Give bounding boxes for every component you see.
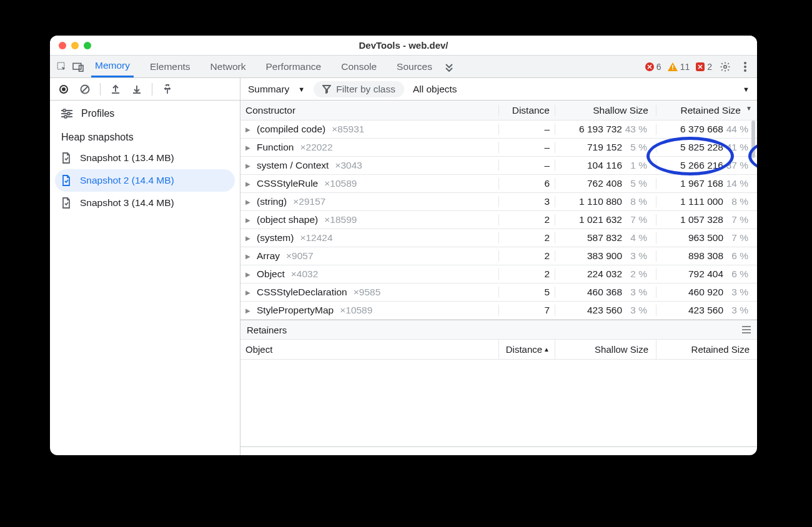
retainers-body	[240, 360, 757, 447]
expand-icon[interactable]: ▶	[245, 126, 253, 133]
svg-point-5	[724, 65, 727, 68]
expand-icon[interactable]: ▶	[245, 217, 253, 224]
table-row[interactable]: ▶StylePropertyMap×105897423 5603 %423 56…	[240, 302, 757, 320]
col-distance[interactable]: Distance	[498, 105, 555, 116]
filter-icon	[322, 85, 331, 94]
ret-col-object[interactable]: Object	[240, 340, 498, 359]
svg-point-6	[744, 62, 746, 64]
table-row[interactable]: ▶(system)×124242587 8324 %963 5007 %	[240, 229, 757, 247]
table-row[interactable]: ▶system / Context×3043–104 1161 %5 266 2…	[240, 157, 757, 175]
titlebar: DevTools - web.dev/	[50, 36, 757, 56]
svg-point-7	[744, 66, 746, 68]
svg-point-10	[62, 87, 66, 91]
inspect-icon[interactable]	[55, 60, 69, 74]
table-row[interactable]: ▶(string)×2915731 110 8808 %1 111 0008 %	[240, 193, 757, 211]
retainers-columns: Object Distance▲ Shallow Size Retained S…	[240, 340, 757, 360]
ret-col-shallow[interactable]: Shallow Size	[555, 340, 656, 359]
panel-tabs: MemoryElementsNetworkPerformanceConsoleS…	[50, 56, 757, 78]
snapshot-item[interactable]: Snapshot 2 (14.4 MB)	[55, 169, 235, 192]
caret-down-icon[interactable]: ▼	[743, 86, 750, 93]
error-icon	[645, 62, 654, 71]
col-shallow[interactable]: Shallow Size	[555, 105, 656, 116]
table-row[interactable]: ▶Object×40322224 0322 %792 4046 %	[240, 265, 757, 283]
memory-sidebar: Profiles Heap snapshots Snapshot 1 (13.4…	[50, 78, 240, 455]
warning-icon	[668, 62, 678, 71]
svg-point-14	[63, 109, 66, 112]
table-row[interactable]: ▶CSSStyleRule×105896762 4085 %1 967 1681…	[240, 175, 757, 193]
caret-down-icon: ▼	[298, 86, 305, 93]
col-retained[interactable]: Retained Size▼	[656, 105, 757, 116]
scope-dropdown[interactable]: All objects	[413, 84, 457, 95]
snapshot-file-icon	[61, 175, 72, 186]
tab-console[interactable]: Console	[337, 56, 380, 77]
svg-point-8	[744, 69, 746, 72]
table-header: Constructor Distance Shallow Size Retain…	[240, 101, 757, 121]
expand-icon[interactable]: ▶	[245, 144, 253, 151]
table-row[interactable]: ▶Function×22022–719 1525 %5 825 22841 %	[240, 139, 757, 157]
device-toolbar-icon[interactable]	[71, 60, 85, 74]
memory-main: Summary ▼ Filter by class All objects ▼ …	[240, 78, 757, 455]
table-row[interactable]: ▶(object shape)×1859921 021 6327 %1 057 …	[240, 211, 757, 229]
expand-icon[interactable]: ▶	[245, 199, 253, 205]
heap-snapshots-label: Heap snapshots	[50, 123, 240, 147]
table-row[interactable]: ▶CSSStyleDeclaration×95855460 3683 %460 …	[240, 283, 757, 302]
issue-icon	[696, 62, 705, 71]
tab-elements[interactable]: Elements	[146, 56, 194, 77]
svg-line-12	[82, 86, 88, 92]
expand-icon[interactable]: ▶	[245, 307, 253, 314]
issue-count[interactable]: 2	[696, 62, 712, 72]
snapshot-item[interactable]: Snapshot 1 (13.4 MB)	[55, 147, 235, 169]
svg-rect-1	[73, 63, 81, 69]
ret-col-retained[interactable]: Retained Size	[656, 340, 757, 359]
svg-rect-3	[672, 65, 673, 68]
snapshot-file-icon	[61, 197, 72, 209]
summary-dropdown[interactable]: Summary ▼	[248, 84, 305, 95]
expand-icon[interactable]: ▶	[245, 180, 253, 187]
error-count[interactable]: 6	[645, 62, 661, 72]
settings-icon[interactable]	[718, 60, 732, 74]
expand-icon[interactable]: ▶	[245, 289, 253, 296]
sliders-icon	[61, 109, 72, 119]
gc-icon[interactable]	[161, 83, 174, 96]
import-icon[interactable]	[131, 83, 143, 96]
devtools-window: DevTools - web.dev/ MemoryElementsNetwor…	[50, 36, 757, 455]
expand-icon[interactable]: ▶	[245, 271, 253, 278]
warning-count[interactable]: 11	[668, 62, 690, 72]
table-row[interactable]: ▶Array×90572383 9003 %898 3086 %	[240, 247, 757, 265]
ret-col-distance[interactable]: Distance▲	[498, 340, 555, 359]
class-filter-input[interactable]: Filter by class	[314, 81, 404, 97]
record-icon[interactable]	[57, 83, 70, 96]
expand-icon[interactable]: ▶	[245, 253, 253, 260]
export-icon[interactable]	[109, 83, 122, 96]
snapshot-file-icon	[61, 152, 72, 164]
tab-performance[interactable]: Performance	[262, 56, 325, 77]
menu-icon[interactable]	[742, 326, 751, 333]
tab-network[interactable]: Network	[207, 56, 250, 77]
snapshot-item[interactable]: Snapshot 3 (14.4 MB)	[55, 192, 235, 214]
retainers-header: Retainers	[240, 320, 757, 340]
table-row[interactable]: ▶(compiled code)×85931–6 193 73243 %6 37…	[240, 121, 757, 139]
window-title: DevTools - web.dev/	[50, 40, 757, 51]
tab-sources[interactable]: Sources	[393, 56, 436, 77]
clear-icon[interactable]	[79, 83, 91, 96]
svg-point-16	[67, 112, 70, 115]
svg-point-18	[64, 116, 67, 118]
more-tabs-icon[interactable]	[442, 60, 456, 74]
kebab-menu-icon[interactable]	[738, 60, 752, 74]
col-constructor[interactable]: Constructor	[240, 105, 498, 116]
expand-icon[interactable]: ▶	[245, 235, 253, 242]
svg-rect-4	[672, 69, 673, 70]
tab-memory[interactable]: Memory	[91, 56, 134, 77]
profiles-label: Profiles	[81, 108, 114, 119]
expand-icon[interactable]: ▶	[245, 162, 253, 169]
scrollbar[interactable]	[751, 121, 755, 158]
